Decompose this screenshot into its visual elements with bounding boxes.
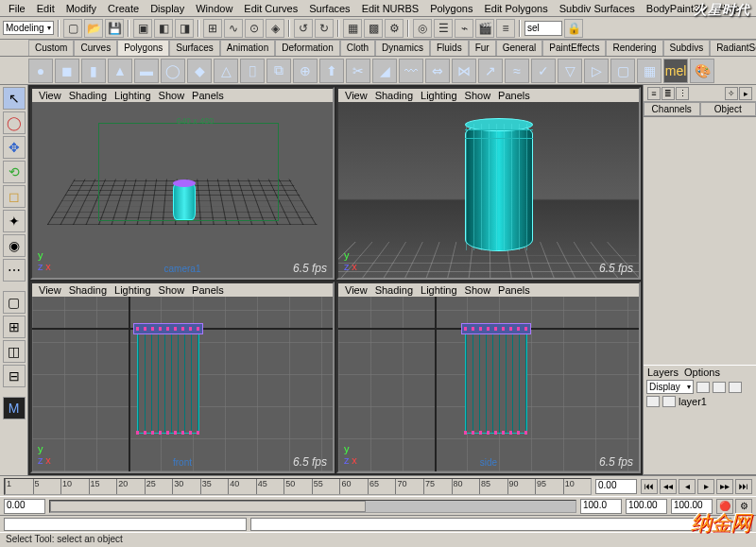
render-globals-icon[interactable]: ⚙ [385, 19, 404, 38]
avg-icon[interactable]: ≈ [505, 59, 529, 83]
shelf-tab-rendering[interactable]: Rendering [606, 40, 662, 56]
time-slider[interactable]: 1510152025303540455055606570758085909510… [0, 475, 756, 496]
maya-logo-icon[interactable]: M [3, 397, 26, 419]
poly-cylinder-icon[interactable]: ▮ [81, 59, 106, 83]
shelf-tab-deformation[interactable]: Deformation [275, 40, 339, 56]
history2-icon[interactable]: ↻ [315, 19, 334, 38]
vp-canvas-side[interactable]: yz x side 6.5 fps [338, 297, 639, 472]
render-ipr-icon[interactable]: ▩ [364, 19, 383, 38]
vp-canvas-persp2[interactable]: yz x 6.5 fps [338, 102, 639, 278]
open-scene-icon[interactable]: 📂 [84, 19, 103, 38]
select-mask3-icon[interactable]: ◨ [175, 19, 194, 38]
lasso-tool[interactable]: ◯ [3, 111, 26, 134]
vp-view[interactable]: View [342, 284, 370, 296]
cylinder-object[interactable] [137, 328, 199, 434]
shelf-tab-fluids[interactable]: Fluids [430, 40, 469, 56]
cylinder-object[interactable] [465, 123, 533, 251]
layer-row[interactable]: layer1 [644, 395, 756, 408]
outliner-icon[interactable]: ☰ [434, 19, 453, 38]
shelf-tab-fur[interactable]: Fur [469, 40, 496, 56]
shelf-tab-animation[interactable]: Animation [220, 40, 275, 56]
vp-panels[interactable]: Panels [495, 90, 533, 101]
shelf-tab-custom[interactable]: Custom [28, 40, 74, 56]
menu-display[interactable]: Display [146, 2, 189, 15]
anim-start-field[interactable]: 100.00 [626, 499, 667, 514]
split-icon[interactable]: ✂ [346, 59, 370, 83]
viewport-persp[interactable]: View Shading Lighting Show Panels 640 x … [30, 87, 335, 280]
bevel-icon[interactable]: ◢ [372, 59, 397, 83]
tab-layers[interactable]: Layers [647, 367, 679, 378]
vp-show[interactable]: Show [156, 284, 188, 296]
poly-prism-icon[interactable]: ◆ [187, 59, 212, 83]
shelf-tab-subdivs[interactable]: Subdivs [663, 40, 711, 56]
poly-pyramid-icon[interactable]: △ [214, 59, 238, 83]
current-frame-field[interactable]: 0.00 [595, 479, 637, 494]
play-back-icon[interactable]: ◂ [679, 479, 696, 494]
menu-modify[interactable]: Modify [61, 2, 101, 15]
time-ruler[interactable]: 1510152025303540455055606570758085909510 [4, 478, 592, 495]
poly-pipe-icon[interactable]: ⌷ [240, 59, 265, 83]
selection-field[interactable]: sel [524, 21, 562, 36]
layout-four-icon[interactable]: ⊞ [3, 316, 26, 338]
menu-surfaces[interactable]: Surfaces [304, 2, 354, 15]
menu-file[interactable]: File [4, 2, 30, 15]
menu-polygons[interactable]: Polygons [425, 2, 477, 15]
rp-icon1[interactable]: ≡ [647, 87, 661, 100]
select-mask2-icon[interactable]: ◧ [154, 19, 173, 38]
vp-lighting[interactable]: Lighting [112, 284, 154, 296]
viewport-side[interactable]: View Shading Lighting Show Panels yz x s… [336, 282, 641, 474]
menu-edit-polygons[interactable]: Edit Polygons [479, 2, 552, 15]
shelf-tab-surfaces[interactable]: Surfaces [169, 40, 219, 56]
render-icon[interactable]: ▦ [343, 19, 362, 38]
vp-view[interactable]: View [36, 90, 64, 101]
poly-sphere-icon[interactable]: ● [28, 59, 53, 83]
mel-output[interactable] [250, 518, 731, 531]
shelf-tab-polygons[interactable]: Polygons [117, 40, 169, 56]
cleanup-icon[interactable]: ✓ [531, 59, 556, 83]
uv-icon[interactable]: ▦ [637, 59, 662, 83]
menu-edit-curves[interactable]: Edit Curves [239, 2, 302, 15]
poly-cube-icon[interactable]: ◼ [55, 59, 79, 83]
cylinder-object[interactable] [465, 328, 527, 434]
vp-show[interactable]: Show [462, 284, 494, 296]
layer-name[interactable]: layer1 [679, 396, 707, 407]
poly-cone-icon[interactable]: ▲ [108, 59, 132, 83]
vp-panels[interactable]: Panels [495, 284, 533, 296]
shelf-tab-painteffects[interactable]: PaintEffects [542, 40, 606, 56]
merge-icon[interactable]: ⋈ [452, 59, 476, 83]
rp-axis-icon[interactable]: ✧ [725, 87, 738, 100]
playblast-icon[interactable]: 🎬 [475, 19, 494, 38]
mel-input[interactable] [4, 518, 247, 531]
rp-opt-icon[interactable]: ▸ [739, 87, 752, 100]
shelf-tab-curves[interactable]: Curves [74, 40, 117, 56]
soft-tool[interactable]: ◉ [3, 234, 26, 257]
quadr-icon[interactable]: ▢ [610, 59, 635, 83]
range-thumb[interactable] [50, 501, 366, 512]
mode-dropdown[interactable]: Modeling [3, 21, 54, 35]
layout-single-icon[interactable]: ▢ [3, 291, 26, 314]
goto-end-icon[interactable]: ⏭ [735, 479, 752, 494]
menu-edit-nurbs[interactable]: Edit NURBS [357, 2, 424, 15]
range-slider[interactable] [49, 500, 576, 513]
mel-icon[interactable]: mel [663, 59, 688, 83]
layer-btn2[interactable] [713, 382, 726, 393]
layer-display-dropdown[interactable]: Display [646, 380, 694, 394]
vp-show[interactable]: Show [156, 90, 188, 101]
scale-tool[interactable]: ◻ [3, 185, 26, 208]
new-scene-icon[interactable]: ▢ [63, 19, 82, 38]
vp-view[interactable]: View [342, 90, 370, 101]
menu-window[interactable]: Window [191, 2, 237, 15]
play-fwd-icon[interactable]: ▸ [697, 479, 714, 494]
vp-show[interactable]: Show [462, 90, 494, 101]
goto-start-icon[interactable]: ⏮ [641, 479, 658, 494]
rotate-tool[interactable]: ⟲ [3, 161, 26, 183]
tab-options[interactable]: Options [684, 367, 720, 378]
layout-tri-icon[interactable]: ⊟ [3, 365, 26, 387]
normals-icon[interactable]: ↗ [478, 59, 503, 83]
viewport-persp2[interactable]: View Shading Lighting Show Panels yz x 6… [336, 87, 641, 280]
shelf-tab-radiant[interactable]: RadiantSquare [710, 40, 756, 56]
shelf-tab-dynamics[interactable]: Dynamics [375, 40, 430, 56]
save-scene-icon[interactable]: 💾 [105, 19, 124, 38]
shelf-tab-cloth[interactable]: Cloth [340, 40, 375, 56]
vp-lighting[interactable]: Lighting [112, 90, 154, 101]
